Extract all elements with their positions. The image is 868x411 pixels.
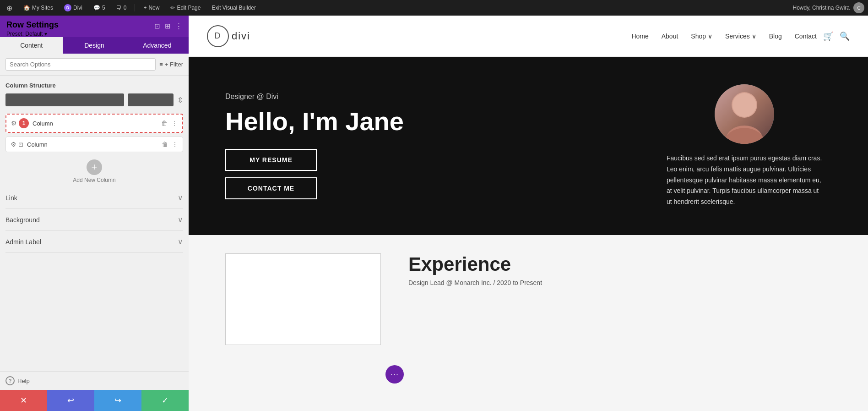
panel-header: Row Settings Preset: Default ▾ ⊡ ⊞ ⋮ bbox=[0, 16, 189, 37]
tab-content[interactable]: Content bbox=[0, 37, 63, 54]
help-button[interactable]: ? Help bbox=[0, 371, 189, 390]
avatar[interactable]: C bbox=[853, 2, 864, 13]
search-icon[interactable]: 🔍 bbox=[840, 31, 850, 41]
hero-desc: Faucibus sed sed erat ipsum purus egesta… bbox=[667, 153, 822, 208]
admin-bar: ⊕ 🏠 My Sites D Divi 💬 5 🗨 0 + New ✏ Edit… bbox=[0, 0, 868, 16]
col-layout-arrow-btn[interactable]: ⇳ bbox=[177, 96, 183, 104]
nav-icons: 🛒 🔍 bbox=[823, 31, 850, 41]
help-icon: ? bbox=[5, 376, 15, 385]
shop-chevron-icon: ∨ bbox=[708, 33, 712, 40]
hero-avatar bbox=[715, 84, 774, 144]
accordion-link: Link ∨ bbox=[5, 187, 183, 209]
comment-icon: 🗨 bbox=[116, 5, 122, 11]
accordion-link-title: Link bbox=[5, 194, 17, 202]
divi-item[interactable]: D Divi bbox=[61, 3, 85, 12]
cart-icon[interactable]: 🛒 bbox=[823, 31, 833, 41]
exit-visual-builder-item[interactable]: Exit Visual Builder bbox=[209, 4, 259, 12]
redo-button[interactable]: ↪ bbox=[94, 390, 141, 411]
home-icon: 🏠 bbox=[23, 5, 30, 11]
my-resume-button[interactable]: MY RESUME bbox=[225, 149, 317, 171]
wp-icon: ⊕ bbox=[6, 4, 12, 12]
hero-right: Faucibus sed sed erat ipsum purus egesta… bbox=[657, 84, 831, 208]
nav-links: Home About Shop ∨ Services ∨ Blog Contac… bbox=[631, 33, 817, 40]
divi-logo-icon: D bbox=[64, 4, 71, 11]
pencil-icon: ✏ bbox=[170, 5, 175, 11]
save-button[interactable]: ✓ bbox=[141, 390, 189, 411]
purple-dots-button[interactable]: ··· bbox=[385, 365, 404, 384]
add-column-label: Add New Column bbox=[73, 177, 115, 183]
column-1-badge: 1 bbox=[19, 118, 29, 128]
panel-title: Row Settings bbox=[6, 20, 59, 30]
new-comment-item[interactable]: 🗨 0 bbox=[114, 4, 130, 12]
column-2-gear-icon[interactable]: ⚙ bbox=[11, 141, 16, 148]
col-layout-wide-btn[interactable] bbox=[5, 93, 124, 106]
comments-icon: 💬 bbox=[93, 5, 100, 11]
column-2-more-icon[interactable]: ⋮ bbox=[172, 141, 178, 148]
col-layout-narrow-btn[interactable] bbox=[128, 93, 174, 106]
column-1-more-icon[interactable]: ⋮ bbox=[171, 120, 178, 127]
column-1-gear-icon[interactable]: ⚙ bbox=[11, 120, 17, 127]
lower-section: Experience Design Lead @ Monarch Inc. / … bbox=[189, 235, 868, 411]
accordion-background-title: Background bbox=[5, 216, 40, 224]
svg-point-3 bbox=[724, 128, 765, 144]
column-2-delete-icon[interactable]: 🗑 bbox=[162, 141, 168, 148]
my-sites-item[interactable]: 🏠 My Sites bbox=[21, 4, 56, 12]
filter-button[interactable]: ≡ + Filter bbox=[159, 61, 183, 68]
hero-buttons: MY RESUME CONTACT ME bbox=[225, 149, 317, 199]
search-bar: ≡ + Filter bbox=[0, 54, 189, 76]
panel-expand-icon[interactable]: ⊡ bbox=[154, 22, 160, 30]
panel-more-icon[interactable]: ⋮ bbox=[175, 22, 182, 30]
panel-content: Column Structure ⇳ ⚙ 1 Column 🗑 ⋮ ⚙ ⊡ bbox=[0, 76, 189, 371]
comments-count-item[interactable]: 💬 5 bbox=[91, 4, 108, 12]
accordion-admin-label-chevron-icon: ∨ bbox=[178, 237, 183, 246]
nav-link-services[interactable]: Services ∨ bbox=[725, 33, 756, 40]
tab-advanced[interactable]: Advanced bbox=[126, 37, 189, 54]
tab-design[interactable]: Design bbox=[63, 37, 125, 54]
admin-bar-right: Howdy, Christina Gwira C bbox=[793, 2, 864, 13]
edit-page-item[interactable]: ✏ Edit Page bbox=[168, 4, 203, 12]
column-structure: ⇳ bbox=[5, 93, 183, 106]
column-2-label: Column bbox=[27, 141, 162, 148]
hero-title: Hello, I'm Jane bbox=[225, 107, 657, 136]
cancel-button[interactable]: ✕ bbox=[0, 390, 47, 411]
contact-me-button[interactable]: CONTACT ME bbox=[225, 177, 317, 199]
site-nav: D divi Home About Shop ∨ Services ∨ Blog… bbox=[189, 16, 868, 57]
wp-logo-item[interactable]: ⊕ bbox=[4, 3, 15, 13]
site-preview: D divi Home About Shop ∨ Services ∨ Blog… bbox=[189, 16, 868, 411]
accordion-admin-label-header[interactable]: Admin Label ∨ bbox=[5, 237, 183, 246]
accordion-link-header[interactable]: Link ∨ bbox=[5, 193, 183, 202]
add-column-area[interactable]: + Add New Column bbox=[5, 156, 183, 187]
column-2-module-icon: ⊡ bbox=[18, 141, 23, 148]
panel-columns-icon[interactable]: ⊞ bbox=[165, 22, 171, 30]
site-logo: D divi bbox=[207, 25, 250, 47]
help-label: Help bbox=[17, 378, 30, 384]
column-structure-label: Column Structure bbox=[5, 82, 183, 89]
nav-link-about[interactable]: About bbox=[662, 33, 678, 40]
nav-link-blog[interactable]: Blog bbox=[769, 33, 782, 40]
accordion-background-chevron-icon: ∨ bbox=[178, 215, 183, 224]
avatar-image bbox=[715, 84, 774, 144]
dots-icon: ··· bbox=[391, 370, 399, 379]
svg-point-2 bbox=[732, 93, 756, 117]
nav-link-shop[interactable]: Shop ∨ bbox=[691, 33, 712, 40]
accordion-link-chevron-icon: ∨ bbox=[178, 193, 183, 202]
panel-preset: Preset: Default ▾ bbox=[6, 31, 59, 37]
hero-left: Designer @ Divi Hello, I'm Jane MY RESUM… bbox=[225, 93, 657, 200]
nav-link-contact[interactable]: Contact bbox=[795, 33, 817, 40]
lower-left-box bbox=[225, 253, 381, 345]
undo-button[interactable]: ↩ bbox=[47, 390, 94, 411]
accordion-admin-label-title: Admin Label bbox=[5, 238, 41, 246]
column-1-delete-icon[interactable]: 🗑 bbox=[161, 120, 168, 127]
plus-icon: + bbox=[143, 5, 146, 11]
add-column-icon: + bbox=[87, 159, 102, 175]
nav-link-home[interactable]: Home bbox=[631, 33, 648, 40]
filter-icon: ≡ bbox=[159, 61, 163, 68]
accordion-admin-label: Admin Label ∨ bbox=[5, 231, 183, 253]
search-input[interactable] bbox=[5, 58, 156, 71]
accordion-background-header[interactable]: Background ∨ bbox=[5, 215, 183, 224]
panel-tabs: Content Design Advanced bbox=[0, 37, 189, 54]
new-item[interactable]: + New bbox=[141, 4, 162, 12]
services-chevron-icon: ∨ bbox=[752, 33, 756, 40]
experience-title: Experience bbox=[408, 253, 831, 275]
hero-subtitle: Designer @ Divi bbox=[225, 93, 657, 101]
